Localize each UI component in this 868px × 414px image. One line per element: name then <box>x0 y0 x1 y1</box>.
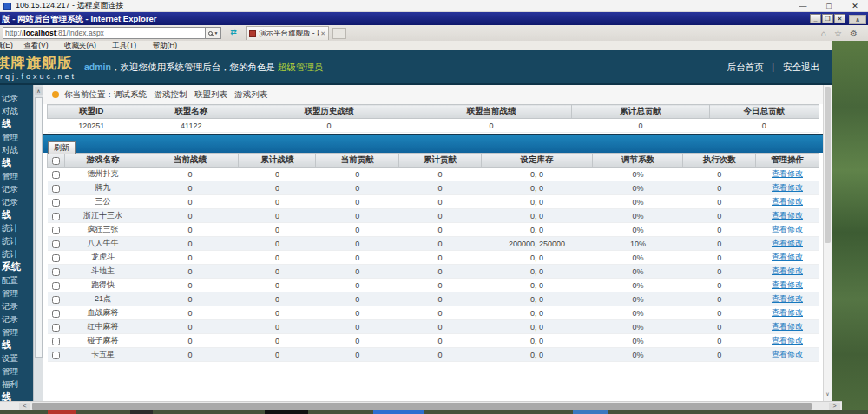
scroll-right-icon[interactable]: > <box>829 403 840 410</box>
row-checkbox[interactable] <box>52 324 60 332</box>
ie-window-title: 版 - 网站后台管理系统 - Internet Explorer <box>2 14 156 23</box>
rdp-horizontal-scrollbar[interactable]: < > <box>0 401 842 410</box>
game-value: 0% <box>593 181 683 195</box>
rdp-scroll-up-button[interactable]: ∧ <box>849 15 866 24</box>
row-checkbox[interactable] <box>52 199 60 207</box>
sidebar-item[interactable]: 记录 <box>0 182 33 195</box>
ie-restore-button[interactable]: ❐ <box>822 14 833 23</box>
view-edit-link[interactable]: 查看修改 <box>772 253 803 261</box>
game-name: 血战麻将 <box>64 306 141 320</box>
sidebar-item[interactable]: 线 <box>0 338 33 352</box>
row-checkbox[interactable] <box>52 171 60 179</box>
sidebar-item[interactable]: 系统 <box>0 260 33 273</box>
browser-tab[interactable]: 演示平台旗舰版 - 网站... ✕ <box>246 26 329 40</box>
backend-home-link[interactable]: 后台首页 <box>727 62 763 72</box>
view-edit-link[interactable]: 查看修改 <box>772 308 803 317</box>
row-checkbox[interactable] <box>52 185 60 193</box>
menu-view[interactable]: 查看(V) <box>23 41 48 49</box>
game-value: 0 <box>316 209 399 223</box>
view-edit-link[interactable]: 查看修改 <box>772 169 803 178</box>
sidebar-item[interactable]: 管理 <box>0 286 33 299</box>
rdp-minimize-button[interactable]: — <box>790 2 816 10</box>
row-checkbox[interactable] <box>52 352 60 359</box>
page-scroll-down-icon[interactable]: ∨ <box>824 389 832 399</box>
sidebar-scrollbar-thumb[interactable] <box>35 97 43 358</box>
menu-help[interactable]: 帮助(H) <box>152 41 177 49</box>
row-checkbox[interactable] <box>52 310 60 318</box>
sidebar-item[interactable]: 记录 <box>0 91 33 104</box>
view-edit-link[interactable]: 查看修改 <box>772 225 803 233</box>
scroll-left-icon[interactable]: < <box>19 403 30 410</box>
page-content: 记录对战线管理对战线管理记录记录线统计统计统计系统配置管理记录记录管理线设置管理… <box>0 85 832 401</box>
sidebar-item[interactable]: 管理 <box>0 325 33 338</box>
view-edit-link[interactable]: 查看修改 <box>772 322 803 331</box>
row-checkbox[interactable] <box>52 296 60 304</box>
refresh-button[interactable]: 刷新 <box>48 141 76 154</box>
sidebar-item[interactable]: 管理 <box>0 130 33 143</box>
desktop-icon-fragment <box>265 410 308 414</box>
horizontal-scrollbar-thumb[interactable] <box>32 403 812 410</box>
game-value: 0 <box>239 251 316 265</box>
view-edit-link[interactable]: 查看修改 <box>772 266 803 275</box>
sidebar-item[interactable]: 线 <box>0 391 33 401</box>
menu-favorites[interactable]: 收藏夹(A) <box>64 41 96 49</box>
breadcrumb-label: 你当前位置： <box>64 85 114 104</box>
view-edit-link[interactable]: 查看修改 <box>772 239 803 247</box>
sidebar-item[interactable]: 线 <box>0 208 33 221</box>
view-edit-link[interactable]: 查看修改 <box>772 183 803 192</box>
tools-gear-icon[interactable]: ⚙ <box>850 29 858 38</box>
page-vertical-scrollbar[interactable]: ∨ <box>823 85 832 401</box>
sidebar-item[interactable]: 福利 <box>0 378 33 391</box>
sidebar-item[interactable]: 管理 <box>0 365 33 378</box>
game-value: 0 <box>316 265 399 279</box>
page-scrollbar-thumb[interactable] <box>825 87 831 243</box>
sidebar-item[interactable]: 线 <box>0 156 33 169</box>
sidebar-item[interactable]: 记录 <box>0 312 33 325</box>
menu-tools[interactable]: 工具(T) <box>112 41 136 49</box>
view-edit-link[interactable]: 查看修改 <box>772 197 803 206</box>
sidebar-item[interactable]: 线 <box>0 117 33 130</box>
sidebar-item[interactable]: 管理 <box>0 169 33 182</box>
rdp-maximize-button[interactable]: □ <box>816 2 842 10</box>
welcome-username: admin <box>84 62 111 72</box>
view-edit-link[interactable]: 查看修改 <box>772 350 803 358</box>
refresh-page-icon[interactable]: ⇄ <box>227 27 240 39</box>
rdp-close-button[interactable]: ✕ <box>842 2 868 10</box>
view-edit-link[interactable]: 查看修改 <box>772 211 803 220</box>
row-checkbox[interactable] <box>52 213 60 220</box>
view-edit-link[interactable]: 查看修改 <box>772 336 803 345</box>
sidebar-scroll-up-icon[interactable]: ∧ <box>35 87 43 95</box>
sidebar-item[interactable]: 统计 <box>0 247 33 260</box>
game-value: 0 <box>683 348 756 362</box>
row-checkbox[interactable] <box>52 254 60 262</box>
new-tab-button[interactable] <box>332 28 346 39</box>
sidebar-item[interactable]: 记录 <box>0 195 33 208</box>
sidebar-item[interactable]: 对战 <box>0 104 33 117</box>
address-input[interactable]: http://localhost:81/Index.aspx <box>3 27 206 39</box>
sidebar-item[interactable]: 统计 <box>0 221 33 234</box>
favorites-star-icon[interactable]: ☆ <box>834 29 842 38</box>
tab-close-icon[interactable]: ✕ <box>320 30 326 37</box>
row-checkbox[interactable] <box>52 227 60 234</box>
address-search-controls[interactable]: ▼ <box>206 27 221 39</box>
sidebar-item[interactable]: 配置 <box>0 273 33 286</box>
row-checkbox[interactable] <box>52 338 60 345</box>
sidebar-item[interactable]: 记录 <box>0 299 33 312</box>
safe-logout-link[interactable]: 安全退出 <box>783 62 819 72</box>
address-dropdown-icon[interactable]: ▼ <box>214 30 219 36</box>
view-edit-link[interactable]: 查看修改 <box>772 280 803 289</box>
sidebar-scrollbar[interactable]: ∧ <box>33 85 43 401</box>
view-edit-link[interactable]: 查看修改 <box>772 294 803 303</box>
ie-close-button[interactable]: ✕ <box>834 14 845 23</box>
sidebar-item[interactable]: 设置 <box>0 352 33 365</box>
row-checkbox[interactable] <box>52 240 60 248</box>
home-icon[interactable]: ⌂ <box>821 29 826 38</box>
sidebar-item[interactable]: 对战 <box>0 143 33 156</box>
row-checkbox[interactable] <box>52 282 60 290</box>
desktop-icon-fragment <box>48 410 76 414</box>
menu-edit[interactable]: 辑(E) <box>0 41 13 49</box>
row-checkbox[interactable] <box>52 268 60 276</box>
ie-minimize-button[interactable]: _ <box>810 14 821 23</box>
select-all-checkbox[interactable] <box>52 157 60 165</box>
sidebar-item[interactable]: 统计 <box>0 234 33 247</box>
